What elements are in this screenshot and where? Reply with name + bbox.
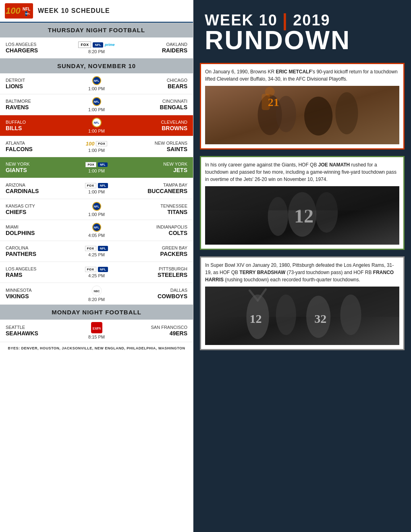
svg-text:21: 21 (268, 96, 279, 108)
game-row-sun1: DETROIT LIONS NFL 1:00 PM CHICAGO BEARS (0, 73, 193, 94)
story-text-2: In his only career game against the Gian… (205, 161, 399, 183)
game-row-sun4: ATLANTA FALCONS 100 FOX 1:00 PM NEW ORLE… (0, 136, 193, 157)
header-bar: 100 NFL NFL WEEK 10 SCHEDULE (0, 0, 193, 23)
svg-rect-22 (205, 186, 399, 210)
game-row-thu1: LOS ANGELES CHARGERS FOX NFL prime 8:20 … (0, 37, 193, 58)
sunday-header: SUNDAY, NOVEMBER 10 (0, 58, 193, 73)
game-row-sun10: LOS ANGELES RAMS FOX NFL 4:25 PM PITTSBU… (0, 262, 193, 283)
story-image-2: 12 (205, 186, 399, 245)
story-image-1: 21 (205, 86, 399, 144)
game-row-sun7: KANSAS CITY CHIEFS NFL 1:00 PM TENNESSEE… (0, 199, 193, 220)
cbs-nfl-badge: NFL (92, 76, 101, 85)
story-text-3: In Super Bowl XIV on January 20, 1980, P… (205, 262, 399, 283)
svg-text:12: 12 (249, 312, 262, 326)
byes-row: BYES: DENVER, HOUSTON, JACKSONVILLE, NEW… (0, 342, 193, 354)
svg-text:32: 32 (314, 312, 326, 326)
game-row-sun8: MIAMI DOLPHINS NFL 4:05 PM INDIANAPOLIS … (0, 220, 193, 241)
story-text-1: On January 6, 1990, Browns KR ERIC METCA… (205, 68, 399, 83)
rundown-column: WEEK 10 | 2019 RUNDOWN On January 6, 199… (193, 0, 411, 532)
svg-text:100: 100 (6, 6, 21, 16)
svg-point-13 (335, 92, 358, 134)
fox-badge: FOX (78, 42, 91, 48)
svg-rect-9 (205, 86, 399, 144)
game-row-sun6: ARIZONA CARDINALS FOX NFL 1:00 PM TAMPA … (0, 178, 193, 199)
week-schedule-title: WEEK 10 SCHEDULE (38, 7, 110, 15)
rundown-header: WEEK 10 | 2019 RUNDOWN (193, 0, 411, 63)
game-row-sun2: BALTIMORE RAVENS NFL 1:00 PM CINCINNATI … (0, 94, 193, 115)
espn-badge: ESPN (91, 322, 102, 333)
story-card-2: In his only career game against the Gian… (200, 156, 405, 250)
schedule-body: THURSDAY NIGHT FOOTBALL LOS ANGELES CHAR… (0, 23, 193, 532)
rundown-title: RUNDOWN (205, 27, 400, 53)
team-right-raiders: OAKLAND RAIDERS (135, 42, 187, 54)
schedule-column: 100 NFL NFL WEEK 10 SCHEDULE THURSDAY NI… (0, 0, 193, 532)
game-row-mon1: SEATTLE SEAHAWKS ESPN 8:15 PM SAN FRANCI… (0, 320, 193, 342)
svg-point-28 (340, 295, 361, 335)
nfl-100-svg: 100 NFL NFL (5, 3, 33, 19)
nfl-100-logo: 100 NFL NFL (5, 3, 33, 19)
story-card-1: On January 6, 1990, Browns KR ERIC METCA… (200, 63, 405, 150)
nbc-badge: NBC (91, 285, 102, 296)
svg-point-26 (276, 295, 296, 335)
game-time-thu1: 8:20 PM (88, 49, 105, 54)
svg-text:NBC: NBC (93, 290, 100, 293)
svg-rect-24 (205, 287, 399, 317)
game-row-sun5: NEW YORK GIANTS FOX NFL 1:00 PM NEW YORK… (0, 157, 193, 178)
nfl-badge: NFL (93, 42, 103, 48)
game-row-sun3: BUFFALO BILLS NFL 1:00 PM CLEVELAND BROW… (0, 115, 193, 136)
svg-point-12 (304, 97, 332, 135)
svg-text:NFL: NFL (25, 12, 30, 15)
thursday-header: THURSDAY NIGHT FOOTBALL (0, 23, 193, 37)
game-row-sun11: MINNESOTA VIKINGS NBC 8:20 PM DALLAS (0, 283, 193, 305)
story-card-3: In Super Bowl XIV on January 20, 1980, P… (200, 256, 405, 350)
svg-text:NFL: NFL (23, 7, 30, 11)
svg-text:ESPN: ESPN (92, 327, 101, 330)
stories-area: On January 6, 1990, Browns KR ERIC METCA… (193, 63, 411, 532)
monday-header: MONDAY NIGHT FOOTBALL (0, 305, 193, 320)
story-image-3: 12 32 (205, 287, 399, 345)
prime-badge: prime (105, 43, 115, 47)
svg-point-15 (265, 87, 275, 97)
team-left-chargers: LOS ANGELES CHARGERS (6, 42, 58, 54)
game-row-sun9: CAROLINA PANTHERS FOX NFL 4:25 PM GREEN … (0, 241, 193, 262)
game-center-thu1: FOX NFL prime 8:20 PM (58, 42, 135, 54)
main-container: 100 NFL NFL WEEK 10 SCHEDULE THURSDAY NI… (0, 0, 411, 532)
